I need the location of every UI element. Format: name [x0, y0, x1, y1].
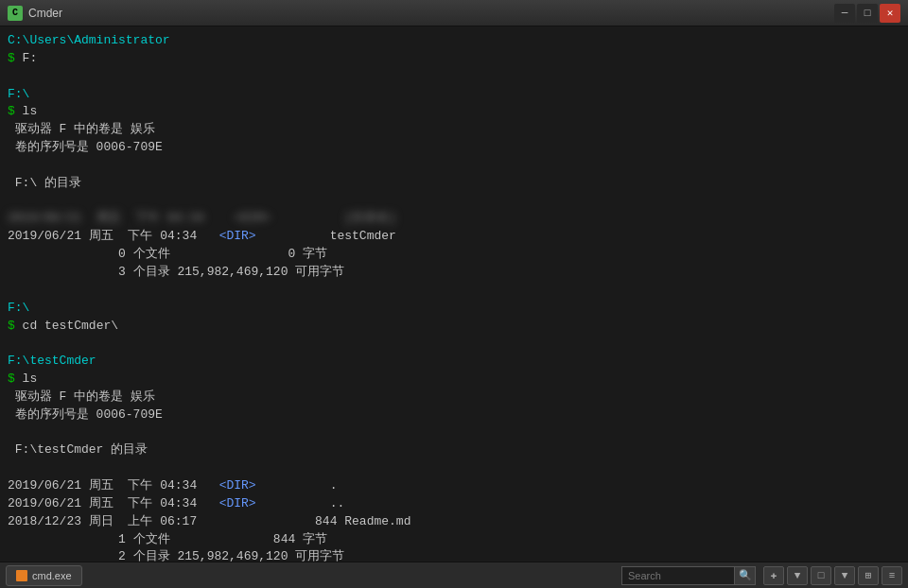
terminal-line: 卷的序列号是 0006-709E: [8, 139, 900, 157]
terminal-line: F:\: [8, 300, 900, 318]
terminal-line: F:\testCmder 的目录: [8, 441, 900, 459]
terminal-line: 2018/12/23 周日 上午 06:17 844 Readme.md: [8, 513, 900, 531]
terminal-line: 驱动器 F 中的卷是 娱乐: [8, 389, 900, 406]
status-bar: cmd.exe 🔍 ✚ ▼ □ ▼ ⊞ ≡: [0, 562, 908, 588]
title-bar: C Cmder ─ □ ✕: [0, 0, 908, 26]
terminal-line: $ ls: [8, 103, 900, 121]
terminal-tab[interactable]: cmd.exe: [6, 565, 82, 586]
terminal-line: 2 个目录 215,982,469,120 可用字节: [8, 548, 900, 562]
terminal-line: [8, 193, 900, 211]
grid-icon[interactable]: ⊞: [858, 566, 879, 585]
terminal-line: [8, 157, 900, 175]
window-title: Cmder: [28, 7, 834, 20]
terminal-line: 3 个目录 215,982,469,120 可用字节: [8, 264, 900, 282]
app-icon: C: [8, 6, 23, 21]
cmd-icon: [16, 570, 27, 581]
terminal-line: 2019/06/21 周五 下午 04:34 <DIR> ..: [8, 495, 900, 513]
settings-icon[interactable]: ▼: [834, 566, 855, 585]
window-icon[interactable]: □: [811, 566, 831, 585]
terminal-line: $ ls: [8, 371, 900, 389]
terminal-line: $ cd testCmder\: [8, 318, 900, 336]
close-button[interactable]: ✕: [880, 4, 900, 23]
maximize-button[interactable]: □: [857, 4, 878, 23]
terminal-line: $ F:: [8, 50, 900, 68]
terminal-line: 2019/06/21 周五 下午 04:34 <DIR> .: [8, 477, 900, 495]
terminal-line: F:\: [8, 86, 900, 104]
tab-label: cmd.exe: [32, 570, 72, 581]
terminal-line: [8, 335, 900, 353]
terminal-line-blurred: 2019/06/21 周五 下午 04:34 <DIR> [目录名]: [8, 210, 900, 228]
split-icon[interactable]: ▼: [787, 566, 808, 585]
window-controls: ─ □ ✕: [834, 4, 900, 23]
new-tab-icon[interactable]: ✚: [763, 566, 784, 585]
terminal-line: F:\testCmder: [8, 353, 900, 371]
terminal-line: 0 个文件 0 字节: [8, 246, 900, 264]
terminal-line: F:\ 的目录: [8, 175, 900, 193]
terminal-line: 2019/06/21 周五 下午 04:34 <DIR> testCmder: [8, 228, 900, 246]
terminal-line: [8, 424, 900, 442]
menu-icon[interactable]: ≡: [882, 566, 902, 585]
terminal-line: 1 个文件 844 字节: [8, 531, 900, 549]
search-input[interactable]: [621, 566, 735, 585]
toolbar-icons: ✚ ▼ □ ▼ ⊞ ≡: [763, 566, 902, 585]
terminal-line: 卷的序列号是 0006-709E: [8, 406, 900, 424]
terminal-line: C:\Users\Administrator: [8, 32, 900, 50]
terminal-line: [8, 459, 900, 477]
terminal-line: [8, 282, 900, 300]
search-button[interactable]: 🔍: [735, 566, 756, 585]
search-area: 🔍: [621, 566, 756, 585]
minimize-button[interactable]: ─: [834, 4, 855, 23]
terminal-line: 驱动器 F 中的卷是 娱乐: [8, 121, 900, 139]
terminal-output: C:\Users\Administrator $ F: F:\ $ ls 驱动器…: [0, 26, 908, 562]
terminal-line: [8, 68, 900, 86]
